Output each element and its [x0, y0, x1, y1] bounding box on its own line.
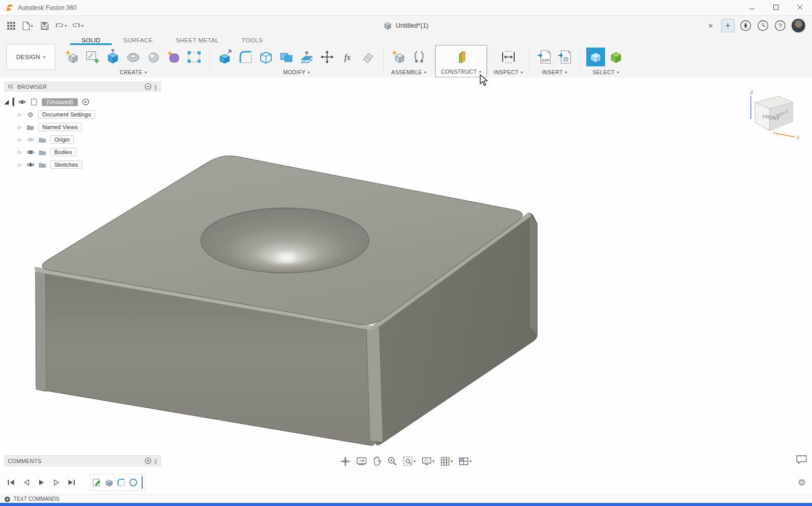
panel-grip-icon[interactable]: ∥ [154, 458, 157, 464]
select-tool-icon[interactable] [586, 48, 605, 66]
activate-component-icon[interactable] [82, 98, 90, 106]
browser-item-label[interactable]: Document Settings [38, 110, 95, 119]
pattern-icon[interactable] [185, 48, 204, 66]
help-button[interactable]: ? [774, 19, 786, 32]
browser-row-named-views[interactable]: ▷ Named Views [4, 121, 161, 133]
create-sketch-icon[interactable] [83, 48, 102, 66]
offset-face-icon[interactable] [297, 48, 316, 66]
root-expand-icon[interactable] [4, 100, 9, 105]
browser-header[interactable]: BROWSER ∥ [4, 82, 161, 91]
display-settings-button[interactable]: ▾ [420, 455, 436, 467]
fit-button[interactable]: ▾ [401, 455, 417, 467]
undo-button[interactable]: ▾ [53, 18, 69, 33]
create-dropdown[interactable]: CREATE▾ [120, 69, 147, 75]
close-document-button[interactable]: ✕ [705, 22, 716, 30]
delete-icon[interactable] [358, 48, 377, 66]
document-root-name[interactable]: (Unsaved) [42, 98, 78, 106]
pan-button[interactable] [370, 455, 383, 467]
modify-dropdown[interactable]: MODIFY▾ [283, 69, 310, 75]
insert-dropdown[interactable]: INSERT▾ [542, 69, 567, 75]
insert-dxf-icon[interactable]: DXF [535, 48, 554, 66]
extrude-icon[interactable] [103, 48, 122, 66]
expand-comments-icon[interactable] [145, 457, 152, 464]
move-copy-icon[interactable] [318, 48, 337, 66]
text-commands-icon[interactable] [4, 496, 10, 502]
selection-priority-icon[interactable] [607, 48, 625, 66]
assemble-dropdown[interactable]: ASSEMBLE▾ [391, 69, 426, 75]
visibility-eye-icon[interactable] [18, 99, 26, 105]
expand-arrow-icon[interactable]: ▷ [17, 137, 22, 142]
browser-row-document-settings[interactable]: ▷ ⚙ Document Settings [4, 108, 161, 121]
new-document-tab-button[interactable]: + [721, 19, 735, 32]
construct-dropdown[interactable]: CONSTRUCT▾ [441, 68, 481, 75]
joint-icon[interactable] [410, 48, 428, 66]
shell-icon[interactable] [257, 48, 275, 66]
collapse-all-icon[interactable] [145, 83, 152, 90]
select-dropdown[interactable]: SELECT▾ [593, 69, 619, 75]
close-button[interactable] [788, 0, 812, 15]
timeline-sketch-feature[interactable] [92, 477, 102, 488]
timeline-step-back-button[interactable] [20, 477, 32, 488]
workspace-selector[interactable]: DESIGN ▾ [6, 44, 55, 70]
browser-item-label[interactable]: Named Views [38, 123, 82, 131]
redo-button[interactable]: ▾ [70, 18, 86, 33]
viewcube[interactable]: Z FRONT RIGHT X [743, 89, 803, 143]
timeline-skip-start-button[interactable] [5, 477, 17, 488]
create-form-icon[interactable] [165, 48, 183, 66]
browser-row-sketches[interactable]: ▷ Sketches [4, 158, 161, 171]
assemble-component-icon[interactable] [389, 48, 408, 66]
visibility-eye-icon[interactable] [26, 162, 34, 167]
press-pull-icon[interactable] [216, 48, 235, 66]
sweep-icon[interactable] [144, 48, 163, 66]
grid-snaps-button[interactable]: ▾ [439, 455, 455, 467]
job-status-button[interactable] [757, 19, 769, 32]
browser-row-origin[interactable]: ▷ Origin [4, 133, 161, 146]
document-tab[interactable]: Untitled*(1) [396, 22, 428, 29]
construct-plane-icon[interactable] [451, 48, 470, 67]
app-grid-menu-button[interactable] [3, 18, 19, 33]
combine-icon[interactable] [277, 48, 296, 66]
save-button[interactable] [37, 18, 52, 33]
expand-arrow-icon[interactable]: ▷ [17, 162, 22, 167]
browser-row-bodies[interactable]: ▷ Bodies [4, 146, 161, 158]
text-commands-label[interactable]: TEXT COMMANDS [14, 496, 60, 502]
expand-arrow-icon[interactable]: ▷ [17, 112, 22, 117]
minimize-button[interactable] [740, 0, 764, 15]
collapse-browser-icon[interactable] [8, 84, 13, 89]
visibility-eye-off-icon[interactable] [26, 137, 34, 142]
extensions-button[interactable] [739, 19, 752, 32]
timeline-step-forward-button[interactable] [51, 477, 62, 488]
fillet-icon[interactable] [236, 48, 255, 66]
maximize-button[interactable] [764, 0, 788, 15]
expand-arrow-icon[interactable]: ▷ [17, 124, 22, 130]
timeline-sketch-circle-feature[interactable] [128, 477, 138, 488]
avatar[interactable] [791, 18, 806, 33]
tab-surface[interactable]: SURFACE [112, 36, 164, 45]
timeline-fillet-feature[interactable] [116, 477, 126, 488]
comments-panel-header[interactable]: COMMENTS ∥ [4, 455, 161, 466]
new-component-icon[interactable] [63, 48, 82, 66]
timeline-play-button[interactable] [36, 477, 47, 488]
browser-root-row[interactable]: (Unsaved) [4, 96, 161, 108]
look-at-button[interactable] [354, 455, 368, 467]
timeline-skip-end-button[interactable] [66, 477, 77, 488]
revolve-icon[interactable] [124, 48, 143, 66]
viewport-canvas[interactable]: BROWSER ∥ (Unsaved) ▷ ⚙ [0, 77, 812, 470]
expand-arrow-icon[interactable]: ▷ [17, 150, 22, 155]
comment-bubble-button[interactable] [796, 455, 807, 466]
timeline-settings-gear-icon[interactable]: ⚙ [798, 477, 806, 488]
browser-item-label[interactable]: Origin [50, 135, 74, 144]
timeline-position-marker[interactable] [141, 476, 143, 489]
browser-item-label[interactable]: Bodies [50, 148, 76, 156]
panel-grip-icon[interactable]: ∥ [154, 84, 157, 90]
orbit-button[interactable] [338, 455, 352, 467]
tab-sheet-metal[interactable]: SHEET METAL [164, 36, 230, 45]
browser-item-label[interactable]: Sketches [50, 160, 82, 169]
zoom-button[interactable] [385, 455, 399, 467]
file-menu-button[interactable]: ▾ [20, 18, 36, 33]
inspect-dropdown[interactable]: INSPECT▾ [494, 69, 523, 75]
parameters-icon[interactable]: fx [338, 48, 357, 66]
viewports-button[interactable]: ▾ [457, 455, 474, 467]
insert-derive-icon[interactable] [555, 48, 574, 66]
measure-icon[interactable] [499, 48, 518, 66]
